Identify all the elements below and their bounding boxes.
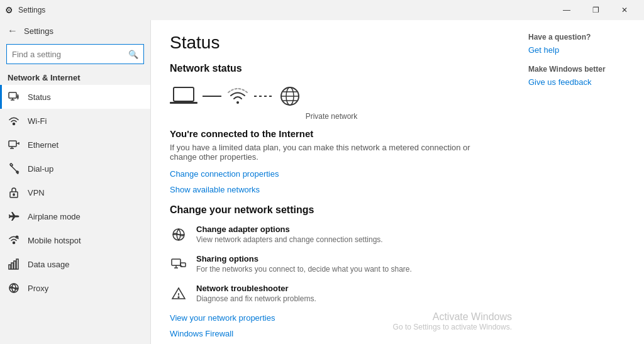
titlebar: ⚙ Settings — ❐ ✕ xyxy=(0,0,644,20)
sidebar-item-ethernet[interactable]: Ethernet xyxy=(0,133,150,157)
svg-point-22 xyxy=(236,101,239,104)
get-help-link[interactable]: Get help xyxy=(528,45,634,55)
settings-items: Change adapter optionsView network adapt… xyxy=(170,225,493,303)
sidebar-item-label-hotspot: Mobile hotspot xyxy=(28,236,81,245)
firewall-link[interactable]: Windows Firewall xyxy=(170,329,493,338)
network-status-title: Network status xyxy=(170,63,493,74)
globe-icon xyxy=(278,84,302,108)
troubleshooter-desc: Diagnose and fix network problems. xyxy=(196,294,316,303)
search-icon[interactable]: 🔍 xyxy=(128,50,138,59)
view-properties-link[interactable]: View your network properties xyxy=(170,313,493,323)
app-body: ← Settings 🔍 Network & Internet StatusWi… xyxy=(0,20,644,344)
laptop-icon xyxy=(170,85,197,108)
search-input[interactable] xyxy=(12,50,125,59)
search-box: 🔍 xyxy=(6,44,144,64)
sidebar-item-label-proxy: Proxy xyxy=(28,284,48,293)
sidebar-item-label-vpn: VPN xyxy=(28,188,45,197)
change-connection-link[interactable]: Change connection properties xyxy=(170,169,493,179)
sidebar-item-label-wifi: Wi-Fi xyxy=(28,116,47,126)
sidebar-item-dialup[interactable]: Dial-up xyxy=(0,157,150,180)
minimize-button[interactable]: — xyxy=(552,0,581,20)
sharing-desc: For the networks you connect to, decide … xyxy=(196,265,412,274)
troubleshooter-title[interactable]: Network troubleshooter xyxy=(196,284,316,293)
svg-rect-20 xyxy=(174,87,194,101)
sharing-settings-icon xyxy=(170,255,187,273)
svg-rect-4 xyxy=(9,141,16,147)
svg-rect-16 xyxy=(14,261,16,269)
sidebar-item-hotspot[interactable]: +Mobile hotspot xyxy=(0,228,150,252)
data-nav-icon xyxy=(8,258,20,270)
sidebar-item-label-dialup: Dial-up xyxy=(28,164,53,174)
sidebar-item-wifi[interactable]: Wi-Fi xyxy=(0,109,150,133)
titlebar-controls: — ❐ ✕ xyxy=(552,0,639,20)
show-networks-link[interactable]: Show available networks xyxy=(170,185,493,194)
svg-point-36 xyxy=(178,297,179,298)
network-line-1 xyxy=(203,96,221,97)
svg-rect-30 xyxy=(172,259,180,265)
settings-icon: ⚙ xyxy=(5,5,13,15)
vpn-nav-icon xyxy=(8,186,20,199)
sharing-title[interactable]: Sharing options xyxy=(196,254,412,264)
sidebar-item-airplane[interactable]: Airplane mode xyxy=(0,204,150,228)
adapter-desc: View network adapters and change connect… xyxy=(196,235,383,244)
have-question-title: Have a question? xyxy=(528,33,634,42)
settings-item-sharing: Sharing optionsFor the networks you conn… xyxy=(170,254,493,274)
svg-rect-14 xyxy=(9,265,11,269)
hotspot-nav-icon: + xyxy=(8,234,20,247)
svg-rect-10 xyxy=(13,194,14,196)
svg-rect-21 xyxy=(170,102,197,104)
adapter-text: Change adapter optionsView network adapt… xyxy=(196,225,383,244)
sidebar-nav: StatusWi-FiEthernetDial-upVPNAirplane mo… xyxy=(0,85,150,300)
wifi-nav-icon xyxy=(8,114,20,127)
sidebar-section-title: Network & Internet xyxy=(0,69,150,85)
adapter-settings-icon xyxy=(170,226,187,243)
sidebar-item-label-status: Status xyxy=(28,92,51,102)
change-settings-title: Change your network settings xyxy=(170,204,493,216)
proxy-nav-icon xyxy=(8,282,20,294)
status-nav-icon xyxy=(8,91,20,103)
restore-button[interactable]: ❐ xyxy=(581,0,610,20)
svg-rect-15 xyxy=(11,263,13,269)
right-panel: Have a question? Get help Make Windows b… xyxy=(518,20,644,344)
sidebar-item-label-data: Data usage xyxy=(28,260,70,269)
sidebar-item-label-airplane: Airplane mode xyxy=(28,212,80,221)
network-label: Private network xyxy=(170,112,493,121)
main-content: Status Network status xyxy=(151,20,518,344)
adapter-title[interactable]: Change adapter options xyxy=(196,225,383,234)
sidebar-item-vpn[interactable]: VPN xyxy=(0,180,150,204)
network-diagram xyxy=(170,84,493,108)
settings-item-troubleshooter: Network troubleshooterDiagnose and fix n… xyxy=(170,284,493,303)
wifi-icon xyxy=(226,85,249,108)
page-title: Status xyxy=(170,33,493,53)
svg-rect-0 xyxy=(9,92,16,98)
give-feedback-link[interactable]: Give us feedback xyxy=(528,77,634,87)
connected-desc: If you have a limited data plan, you can… xyxy=(170,143,484,162)
svg-point-11 xyxy=(13,242,15,244)
svg-rect-17 xyxy=(16,259,18,269)
airplane-nav-icon xyxy=(8,210,20,223)
sharing-text: Sharing optionsFor the networks you conn… xyxy=(196,254,412,274)
svg-point-3 xyxy=(13,123,15,125)
make-windows-title: Make Windows better xyxy=(528,65,634,74)
sidebar-item-label-ethernet: Ethernet xyxy=(28,140,58,150)
troubleshooter-settings-icon xyxy=(170,285,187,302)
sidebar-item-proxy[interactable]: Proxy xyxy=(0,276,150,300)
connected-text: You're connected to the Internet xyxy=(170,128,493,139)
back-arrow-icon: ← xyxy=(8,25,18,36)
titlebar-left: ⚙ Settings xyxy=(5,5,45,15)
sidebar-item-data[interactable]: Data usage xyxy=(0,252,150,276)
sidebar: ← Settings 🔍 Network & Internet StatusWi… xyxy=(0,20,151,344)
dialup-nav-icon xyxy=(8,162,20,175)
network-line-2 xyxy=(254,96,273,97)
titlebar-title: Settings xyxy=(18,6,45,14)
sidebar-back-label: Settings xyxy=(24,26,53,36)
troubleshooter-text: Network troubleshooterDiagnose and fix n… xyxy=(196,284,316,303)
settings-item-adapter: Change adapter optionsView network adapt… xyxy=(170,225,493,244)
sidebar-item-status[interactable]: Status xyxy=(0,85,150,109)
svg-text:+: + xyxy=(16,236,18,239)
sidebar-back-button[interactable]: ← Settings xyxy=(0,20,150,42)
ethernet-nav-icon xyxy=(8,138,20,151)
close-button[interactable]: ✕ xyxy=(610,0,639,20)
